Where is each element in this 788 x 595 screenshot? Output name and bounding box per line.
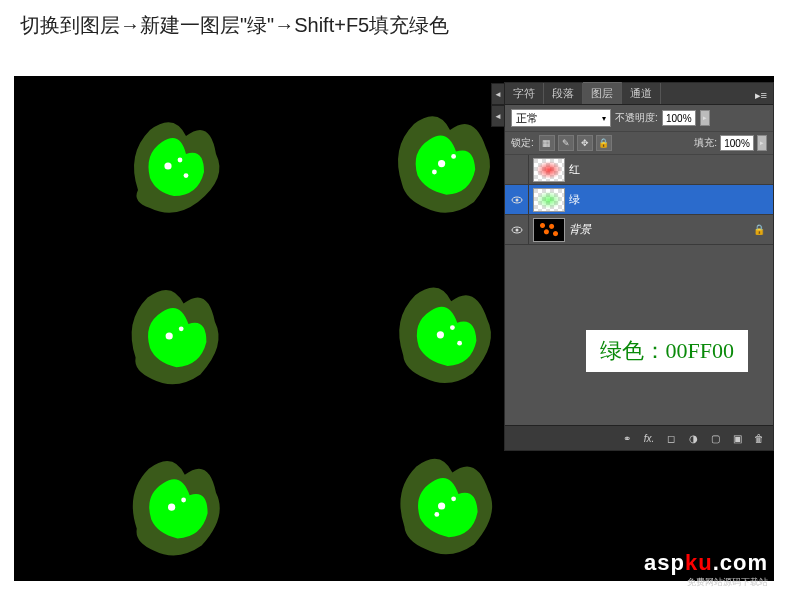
layer-visibility-toggle[interactable]: [505, 155, 529, 184]
svg-point-12: [181, 498, 186, 503]
delete-layer-button[interactable]: 🗑: [749, 429, 769, 447]
layer-thumbnail[interactable]: [533, 158, 565, 182]
chevron-down-icon: ▾: [602, 114, 606, 123]
layer-row[interactable]: 绿: [505, 185, 773, 215]
adjustment-layer-button[interactable]: ◑: [683, 429, 703, 447]
fill-input[interactable]: 100%: [720, 135, 754, 151]
watermark-text: asp: [644, 550, 685, 575]
svg-point-2: [184, 173, 189, 178]
blend-mode-value: 正常: [516, 111, 538, 126]
lock-position-button[interactable]: ✥: [577, 135, 593, 151]
blend-mode-select[interactable]: 正常 ▾: [511, 109, 611, 127]
svg-point-11: [168, 504, 175, 511]
panel-footer: ⚭ fx. ◻ ◑ ▢ ▣ 🗑: [505, 425, 773, 450]
watermark-text: ku: [685, 550, 713, 575]
tab-paragraph[interactable]: 段落: [544, 83, 583, 104]
svg-point-14: [451, 496, 456, 501]
lock-row: 锁定: ▦ ✎ ✥ 🔒 填充: 100% ▸: [505, 131, 773, 155]
tab-character[interactable]: 字符: [505, 83, 544, 104]
panel-collapse-button[interactable]: ◄: [491, 105, 505, 127]
panel-tabs: 字符 段落 图层 通道 ▸≡: [505, 83, 773, 105]
fill-label: 填充:: [694, 136, 717, 150]
eye-icon: [511, 226, 523, 234]
layer-visibility-toggle[interactable]: [505, 215, 529, 244]
svg-point-4: [451, 154, 456, 159]
svg-point-3: [438, 160, 445, 167]
lock-label: 锁定:: [511, 136, 534, 150]
svg-point-19: [515, 228, 518, 231]
svg-point-10: [457, 341, 462, 346]
instruction-text: 切换到图层→新建一图层"绿"→Shift+F5填充绿色: [0, 0, 788, 47]
blend-row: 正常 ▾ 不透明度: 100% ▸: [505, 105, 773, 131]
lock-pixels-button[interactable]: ✎: [558, 135, 574, 151]
fire-shape: [374, 446, 514, 566]
layer-visibility-toggle[interactable]: [505, 185, 529, 214]
lock-transparency-button[interactable]: ▦: [539, 135, 555, 151]
watermark-tagline: 免费网站源码下载站: [644, 576, 768, 589]
layers-list: 红 绿 背景 🔒: [505, 155, 773, 245]
fire-shape: [104, 106, 244, 226]
eye-icon: [511, 196, 523, 204]
fire-shape: [104, 276, 244, 396]
layers-panel: ◄ ◄ 字符 段落 图层 通道 ▸≡ 正常 ▾ 不透明度: 100% ▸ 锁定:…: [504, 82, 774, 451]
svg-point-15: [434, 512, 439, 517]
link-layers-button[interactable]: ⚭: [617, 429, 637, 447]
svg-point-1: [178, 158, 183, 163]
layer-thumbnail[interactable]: [533, 218, 565, 242]
fire-shape: [374, 276, 514, 396]
svg-point-9: [450, 325, 455, 330]
layer-name[interactable]: 红: [569, 162, 773, 177]
opacity-input[interactable]: 100%: [662, 110, 696, 126]
opacity-slider-button[interactable]: ▸: [700, 110, 710, 126]
layer-name[interactable]: 背景: [569, 222, 753, 237]
panel-collapse-button[interactable]: ◄: [491, 83, 505, 105]
fire-shape: [104, 446, 244, 566]
tab-layers[interactable]: 图层: [583, 82, 622, 104]
svg-point-7: [179, 326, 184, 331]
layer-row[interactable]: 红: [505, 155, 773, 185]
new-layer-button[interactable]: ▣: [727, 429, 747, 447]
layer-name[interactable]: 绿: [569, 192, 773, 207]
watermark: aspku.com 免费网站源码下载站: [644, 550, 768, 589]
color-annotation: 绿色：00FF00: [586, 330, 748, 372]
watermark-text: .com: [713, 550, 768, 575]
layer-group-button[interactable]: ▢: [705, 429, 725, 447]
layer-row[interactable]: 背景 🔒: [505, 215, 773, 245]
layer-thumbnail[interactable]: [533, 188, 565, 212]
svg-point-6: [166, 332, 173, 339]
lock-all-button[interactable]: 🔒: [596, 135, 612, 151]
opacity-label: 不透明度:: [615, 111, 658, 125]
svg-point-0: [164, 162, 171, 169]
fill-slider-button[interactable]: ▸: [757, 135, 767, 151]
layer-fx-button[interactable]: fx.: [639, 429, 659, 447]
tab-channels[interactable]: 通道: [622, 83, 661, 104]
svg-point-17: [515, 198, 518, 201]
lock-icon: 🔒: [753, 224, 765, 235]
svg-point-5: [432, 170, 437, 175]
panel-menu-button[interactable]: ▸≡: [749, 87, 773, 104]
svg-point-13: [438, 502, 445, 509]
layer-mask-button[interactable]: ◻: [661, 429, 681, 447]
svg-point-8: [437, 331, 444, 338]
